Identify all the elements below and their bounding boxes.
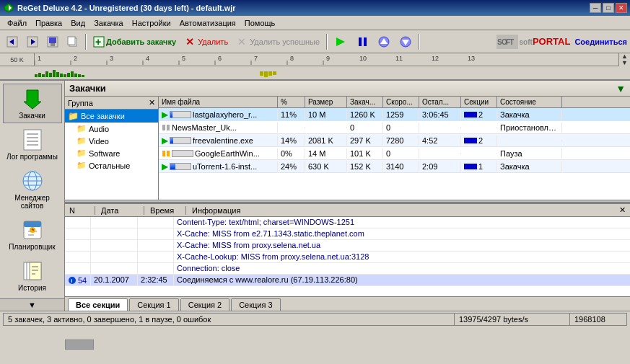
tree-item-video[interactable]: 📁 Video (65, 135, 158, 147)
folder-icon-software: 📁 (76, 148, 87, 158)
sidebar-item-sites[interactable]: Менеджер сайтов (3, 166, 62, 213)
folder-icon-other: 📁 (76, 161, 87, 170)
log-n-empty-5 (65, 263, 91, 274)
speed-bar-13 (78, 74, 81, 77)
col-header-downloaded[interactable]: Закач... (347, 97, 383, 107)
sidebar-item-log[interactable]: Лог программы (3, 125, 62, 164)
file-cell-sec-3: 2 (461, 136, 497, 146)
add-icon: + (93, 36, 105, 48)
log-tab-all[interactable]: Все секции (68, 298, 128, 311)
tree-label-audio: Audio (89, 125, 109, 133)
svg-text:✕: ✕ (185, 36, 194, 48)
ruler-label: 50 K (0, 53, 35, 66)
log-tab-1[interactable]: Секция 1 (129, 298, 178, 311)
file-row-4[interactable]: GoogleEarthWin... 0% 14 M 101 K 0 Пауза (159, 147, 630, 160)
file-row-2[interactable]: NewsMaster_Uk... 0 0 Приостановлено (159, 121, 630, 134)
toolbar-play-button[interactable] (331, 32, 351, 51)
file-list-header: Имя файла % Размер Закач... Скоро... Ост… (159, 97, 630, 108)
progress-fill-3 (170, 138, 173, 143)
section-bar-5 (464, 164, 477, 169)
file-cell-pct-4: 0% (278, 148, 305, 159)
toolbar-down-button[interactable] (395, 32, 416, 51)
sidebar-scroll-down[interactable]: ▼ (0, 298, 64, 311)
file-cell-status-5: Закачка (497, 161, 562, 172)
ruler-scroll[interactable]: ▲ ▼ (618, 53, 630, 66)
file-cell-dl-4: 101 K (347, 148, 383, 159)
tree-item-other[interactable]: 📁 Остальные (65, 159, 158, 172)
tree-item-software[interactable]: 📁 Software (65, 147, 158, 159)
menu-help[interactable]: Помощь (240, 17, 280, 29)
title-buttons: ─ □ ✕ (590, 3, 627, 13)
paused-icon-2 (162, 123, 170, 132)
main-area: Закачки Лог программы (0, 81, 630, 311)
toolbar-back-button[interactable] (3, 32, 22, 51)
toolbar-delete-button[interactable]: ✕ Удалить (181, 32, 232, 51)
sidebar-item-scheduler[interactable]: Планировщик (3, 215, 62, 254)
col-header-sections[interactable]: Секции (461, 97, 497, 107)
menu-file[interactable]: Файл (3, 17, 31, 29)
sidebar-label-log: Лог программы (6, 153, 58, 161)
toolbar-pause-button[interactable] (352, 32, 372, 51)
toolbar-up-button[interactable] (374, 32, 394, 51)
file-cell-speed-4: 0 (383, 148, 419, 159)
file-cell-size-5: 630 K (305, 161, 347, 172)
minimize-button[interactable]: ─ (590, 3, 601, 13)
file-cell-status-2: Приостановлено (497, 123, 562, 133)
log-time-empty-2 (138, 228, 174, 239)
log-time-empty-5 (138, 263, 174, 274)
down-icon (399, 35, 412, 48)
log-info-1: Content-Type: text/html; charset=WINDOWS… (174, 217, 630, 228)
log-tab-2[interactable]: Секция 2 (180, 298, 229, 311)
dl-arrow-icon-3: ▶ (162, 136, 168, 145)
file-row-5[interactable]: ▶ uTorrent-1.6-inst... 24% 630 K 152 K 3… (159, 160, 630, 173)
file-row-3[interactable]: ▶ freevalentine.exe 14% 2081 K 297 K 728… (159, 134, 630, 147)
tree-item-all[interactable]: 📁 Все закачки (65, 110, 158, 123)
sidebar-item-downloads[interactable]: Закачки (3, 84, 62, 123)
tree-label-video: Video (89, 137, 109, 146)
maximize-button[interactable]: □ (603, 3, 614, 13)
toolbar-copy-button[interactable] (64, 32, 82, 51)
dl-arrow-icon-1: ▶ (162, 110, 168, 119)
col-header-name[interactable]: Имя файла (159, 97, 278, 107)
back-icon (6, 36, 18, 48)
menu-automation[interactable]: Автоматизация (175, 17, 240, 29)
file-cell-name-3: ▶ freevalentine.exe (159, 136, 278, 146)
file-cell-speed-5: 3140 (383, 161, 419, 172)
tree-item-audio[interactable]: 📁 Audio (65, 123, 158, 135)
col-header-remaining[interactable]: Остал... (419, 97, 461, 107)
file-cell-speed-2: 0 (383, 123, 419, 133)
toolbar-add-button[interactable]: + Добавить закачку (89, 32, 180, 51)
speed-bar-4 (45, 71, 48, 77)
col-header-speed[interactable]: Скоро... (383, 97, 419, 107)
ruler: 50 K 1 2 3 4 5 6 7 8 9 10 11 12 13 ▲ ▼ (0, 53, 630, 66)
menu-settings[interactable]: Настройки (128, 17, 175, 29)
file-row-1[interactable]: ▶ lastgalaxyhero_r... 11% 10 M 1260 K 12… (159, 108, 630, 121)
svg-rect-8 (51, 43, 55, 46)
downloads-expand-arrow[interactable]: ▼ (616, 83, 626, 94)
file-cell-status-1: Закачка (497, 110, 562, 120)
close-button[interactable]: ✕ (616, 3, 627, 13)
sidebar-label-history: История (18, 284, 46, 292)
yellow-bar-3 (268, 71, 272, 76)
col-header-status[interactable]: Состояние (497, 97, 562, 107)
toolbar-save-button[interactable] (43, 32, 62, 51)
col-header-percent[interactable]: % (278, 97, 305, 107)
toolbar-forward-button[interactable] (23, 32, 42, 51)
log-tab-3[interactable]: Секция 3 (231, 298, 280, 311)
toolbar-separator-1 (85, 34, 87, 50)
log-close-icon[interactable]: ✕ (619, 205, 626, 215)
menu-download[interactable]: Закачка (89, 17, 128, 29)
log-n-empty-3 (65, 240, 91, 251)
menu-view[interactable]: Вид (66, 17, 89, 29)
svg-rect-62 (162, 151, 165, 156)
sidebar-item-history[interactable]: История (3, 256, 62, 296)
log-n-empty-1 (65, 217, 91, 228)
softportal-logo[interactable]: S O F T softPORTAL Соединиться (496, 35, 627, 49)
tree-panel: Группа ✕ 📁 Все закачки 📁 Audio 📁 Video (65, 97, 159, 200)
menu-edit[interactable]: Правка (31, 17, 66, 29)
log-content[interactable]: Content-Type: text/html; charset=WINDOWS… (65, 217, 630, 296)
col-header-size[interactable]: Размер (305, 97, 347, 107)
progress-bar-4 (172, 150, 193, 157)
tree-close-icon[interactable]: ✕ (149, 98, 155, 107)
toolbar-delete-success-button[interactable]: ✕ Удалить успешные (233, 32, 323, 51)
